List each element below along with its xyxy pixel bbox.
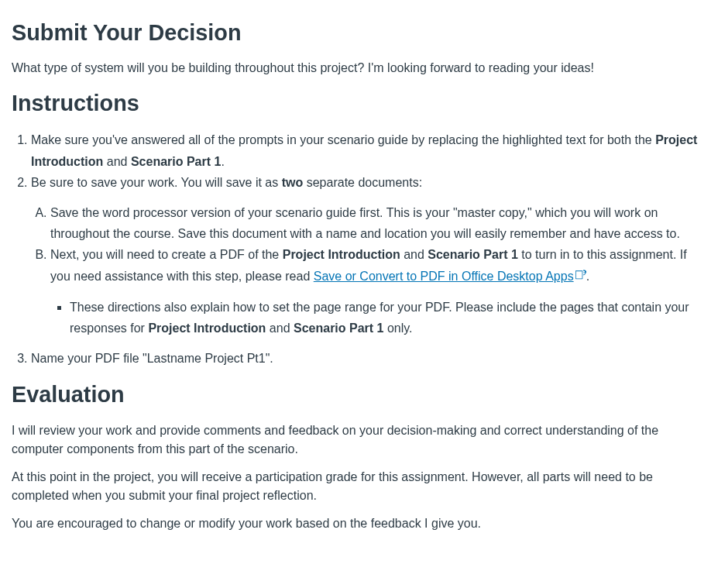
heading-submit-decision: Submit Your Decision — [12, 16, 699, 50]
heading-instructions: Instructions — [12, 87, 699, 120]
sub-instruction-b: Next, you will need to create a PDF of t… — [50, 244, 699, 339]
evaluation-paragraph-2: At this point in the project, you will r… — [12, 468, 699, 505]
evaluation-paragraph-3: You are encouraged to change or modify y… — [12, 514, 699, 533]
instruction-item-1: Make sure you've answered all of the pro… — [31, 129, 699, 171]
bullet-list: These directions also explain how to set… — [50, 297, 699, 339]
instruction-item-3: Name your PDF file "Lastname Project Pt1… — [31, 348, 699, 369]
sub-instructions-list: Save the word processor version of your … — [31, 202, 699, 339]
intro-paragraph: What type of system will you be building… — [12, 59, 699, 77]
sub-instruction-a: Save the word processor version of your … — [50, 202, 699, 244]
external-link-icon — [575, 266, 586, 287]
instructions-list: Make sure you've answered all of the pro… — [12, 129, 699, 369]
pdf-help-link[interactable]: Save or Convert to PDF in Office Desktop… — [314, 270, 586, 283]
instruction-item-2: Be sure to save your work. You will save… — [31, 172, 699, 339]
heading-evaluation: Evaluation — [12, 378, 699, 411]
evaluation-paragraph-1: I will review your work and provide comm… — [12, 421, 699, 459]
bullet-item: These directions also explain how to set… — [70, 297, 699, 339]
